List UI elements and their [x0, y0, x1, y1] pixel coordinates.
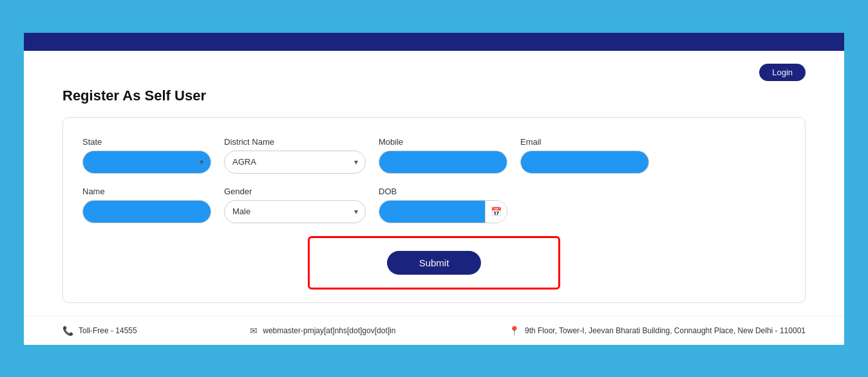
dob-label: DOB [379, 187, 507, 196]
dob-filled-area [379, 201, 485, 223]
phone-icon: 📞 [62, 326, 73, 336]
mobile-label: Mobile [379, 137, 507, 147]
calendar-icon[interactable]: 📅 [485, 201, 507, 223]
footer-email: ✉ webmaster-pmjay[at]nhs[dot]gov[dot]in [250, 326, 395, 336]
name-input[interactable] [82, 200, 211, 223]
registration-form: State ▾ District Name AGRA ▾ [62, 117, 806, 303]
name-group: Name [82, 187, 211, 223]
page-title: Register As Self User [62, 87, 806, 104]
footer-email-label: webmaster-pmjay[at]nhs[dot]gov[dot]in [263, 326, 395, 335]
location-icon: 📍 [509, 326, 520, 336]
login-button[interactable]: Login [759, 64, 806, 81]
state-select-wrapper[interactable]: ▾ [82, 151, 211, 174]
footer-phone: 📞 Toll-Free - 14555 [62, 326, 137, 336]
footer: 📞 Toll-Free - 14555 ✉ webmaster-pmjay[at… [24, 316, 844, 345]
footer-address-label: 9th Floor, Tower-I, Jeevan Bharati Build… [525, 326, 806, 335]
state-label: State [82, 137, 211, 147]
submit-button[interactable]: Submit [387, 251, 482, 275]
gender-label: Gender [224, 187, 366, 196]
mobile-input[interactable] [379, 151, 507, 174]
top-bar [24, 33, 844, 51]
submit-row: Submit [82, 236, 786, 290]
name-label: Name [82, 187, 211, 196]
dob-group: DOB 📅 [379, 187, 507, 223]
footer-phone-label: Toll-Free - 14555 [79, 326, 137, 335]
gender-group: Gender Male ▾ [224, 187, 366, 223]
email-group: Email [520, 137, 649, 174]
district-label: District Name [224, 137, 366, 147]
district-group: District Name AGRA ▾ [224, 137, 366, 174]
form-row-1: State ▾ District Name AGRA ▾ [82, 137, 786, 174]
dob-input-wrapper[interactable]: 📅 [379, 200, 507, 223]
district-select[interactable]: AGRA [224, 151, 366, 174]
district-select-wrapper[interactable]: AGRA ▾ [224, 151, 366, 174]
email-input[interactable] [520, 151, 649, 174]
mobile-group: Mobile [379, 137, 507, 174]
gender-select[interactable]: Male [224, 200, 366, 223]
email-label: Email [520, 137, 649, 147]
state-input[interactable] [82, 151, 211, 174]
form-row-2: Name Gender Male ▾ DOB [82, 187, 786, 223]
state-group: State ▾ [82, 137, 211, 174]
email-icon: ✉ [250, 326, 258, 336]
gender-select-wrapper[interactable]: Male ▾ [224, 200, 366, 223]
state-chevron-icon: ▾ [200, 158, 203, 167]
submit-highlight-box: Submit [308, 236, 561, 290]
footer-address: 📍 9th Floor, Tower-I, Jeevan Bharati Bui… [509, 326, 806, 336]
